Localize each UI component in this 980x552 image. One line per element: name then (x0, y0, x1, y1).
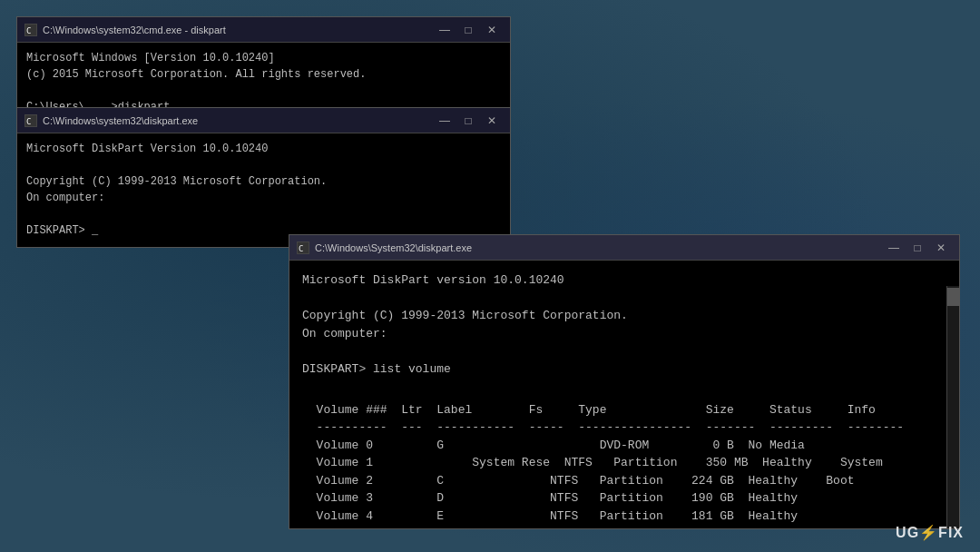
diskpart-small-icon: C (24, 114, 37, 127)
diskpart-small-minimize-btn[interactable]: — (434, 112, 456, 130)
diskpart-large-version: Microsoft DiskPart version 10.0.10240 (302, 271, 937, 290)
diskpart-large-command: DISKPART> list volume (302, 360, 937, 379)
diskpart-large-icon: C (297, 242, 309, 254)
cmd-close-btn[interactable]: ✕ (481, 21, 503, 39)
diskpart-small-window: C C:\Windows\system32\diskpart.exe — □ ✕… (16, 107, 511, 248)
diskpart-small-maximize-btn[interactable]: □ (457, 112, 479, 130)
scrollbar[interactable] (946, 286, 959, 528)
diskpart-small-line-1: Microsoft DiskPart Version 10.0.10240 (26, 141, 501, 157)
diskpart-small-title-text: C:\Windows\system32\diskpart.exe (43, 115, 198, 126)
scrollbar-thumb[interactable] (947, 288, 959, 306)
diskpart-large-close-btn[interactable]: ✕ (930, 239, 952, 257)
diskpart-small-title-bar: C C:\Windows\system32\diskpart.exe — □ ✕ (17, 108, 510, 133)
cmd-line-3 (26, 83, 501, 99)
table-row-vol1: Volume 1 System Rese NTFS Partition 350 … (302, 454, 937, 472)
cmd-title-bar: C C:\Windows\system32\cmd.exe - diskpart… (17, 17, 510, 43)
diskpart-small-line-3: Copyright (C) 1999-2013 Microsoft Corpor… (26, 173, 501, 190)
cmd-title-text: C:\Windows\system32\cmd.exe - diskpart (43, 25, 226, 35)
cmd-line-2: (c) 2015 Microsoft Corporation. All righ… (26, 66, 501, 83)
diskpart-large-minimize-btn[interactable]: — (883, 239, 905, 257)
svg-text:C: C (299, 244, 303, 253)
diskpart-small-console: Microsoft DiskPart Version 10.0.10240 Co… (17, 133, 510, 246)
diskpart-large-window: C C:\Windows\System32\diskpart.exe — □ ✕… (289, 234, 960, 529)
table-row-vol4: Volume 4 E NTFS Partition 181 GB Healthy (302, 508, 937, 526)
diskpart-large-computer: On computer: (302, 325, 937, 343)
diskpart-large-title-text: C:\Windows\System32\diskpart.exe (315, 242, 472, 253)
cmd-icon: C (24, 24, 37, 36)
ugfix-accent: ⚡ (919, 525, 938, 540)
diskpart-small-line-4: On computer: (26, 190, 501, 206)
diskpart-small-line-5 (26, 206, 501, 222)
diskpart-large-copyright: Copyright (C) 1999-2013 Microsoft Corpor… (302, 307, 937, 325)
diskpart-large-blank2 (302, 342, 937, 360)
diskpart-small-title-buttons: — □ ✕ (434, 112, 503, 130)
diskpart-large-maximize-btn[interactable]: □ (906, 239, 928, 257)
diskpart-large-title-bar: C C:\Windows\System32\diskpart.exe — □ ✕ (289, 235, 959, 261)
table-separator: ---------- --- ----------- ----- -------… (302, 419, 937, 437)
cmd-maximize-btn[interactable]: □ (457, 21, 479, 39)
cmd-minimize-btn[interactable]: — (434, 21, 456, 39)
diskpart-large-title-buttons: — □ ✕ (883, 239, 952, 257)
ugfix-logo: UG⚡FIX (896, 524, 964, 541)
diskpart-large-console: Microsoft DiskPart version 10.0.10240 Co… (289, 261, 959, 528)
svg-text:C: C (26, 26, 31, 35)
diskpart-large-blank4 (302, 525, 937, 528)
cmd-line-1: Microsoft Windows [Version 10.0.10240] (26, 50, 501, 66)
diskpart-large-table: Volume ### Ltr Label Fs Type Size Status… (302, 401, 937, 526)
table-row-vol3: Volume 3 D NTFS Partition 190 GB Healthy (302, 489, 937, 508)
table-header: Volume ### Ltr Label Fs Type Size Status… (302, 401, 937, 419)
svg-text:C: C (26, 117, 31, 126)
diskpart-small-line-2 (26, 157, 501, 173)
diskpart-large-blank3 (302, 378, 937, 396)
table-row-vol0: Volume 0 G DVD-ROM 0 B No Media (302, 437, 937, 455)
cmd-title-buttons: — □ ✕ (434, 21, 503, 39)
cmd-window: C C:\Windows\system32\cmd.exe - diskpart… (16, 16, 511, 112)
diskpart-small-close-btn[interactable]: ✕ (481, 112, 503, 130)
table-row-vol2: Volume 2 C NTFS Partition 224 GB Healthy… (302, 472, 937, 490)
diskpart-large-blank1 (302, 290, 937, 308)
